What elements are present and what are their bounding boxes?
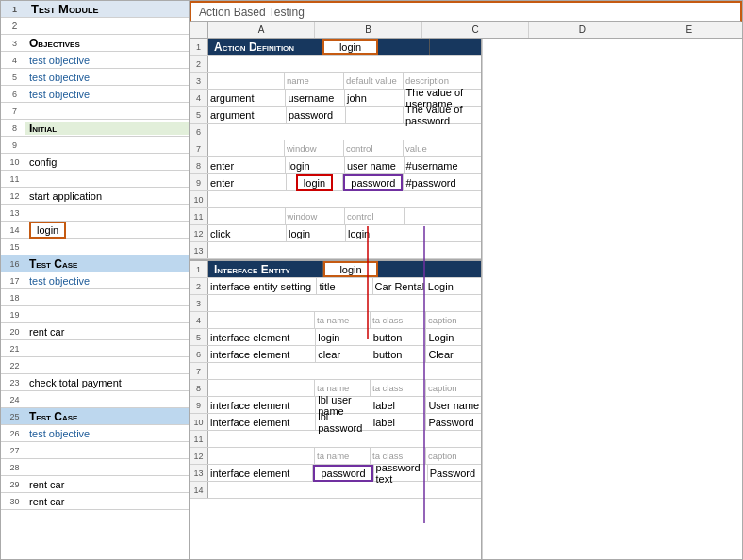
test-objective-link-26: test objective <box>25 428 189 439</box>
ie-password-caption-2: Password <box>428 465 481 481</box>
ad-enter-1: enter <box>208 157 286 173</box>
test-case-label-1: Test Case <box>25 257 189 271</box>
ie-elem-4: interface element <box>208 414 316 430</box>
ad-window-login-8: login <box>286 157 345 173</box>
left-row-17[interactable]: 17 test objective <box>1 272 189 289</box>
top-bar: Action Based Testing <box>190 1 742 22</box>
ad-filler <box>378 39 430 55</box>
test-case-header-2: 25 Test Case <box>1 408 189 425</box>
password-badge-ie: password <box>313 465 372 482</box>
objectives-label: Objectives <box>25 37 189 50</box>
ie-login-badge: login <box>323 261 378 277</box>
ie-login-val: login <box>316 329 372 345</box>
ad-filler2 <box>430 39 481 55</box>
col-headers-row: A B C D E <box>190 22 742 39</box>
row-num: 3 <box>5 35 25 51</box>
left-row-30: 30 rent car <box>1 493 189 510</box>
row-num: 23 <box>5 374 25 390</box>
row-num: 5 <box>5 69 25 85</box>
row-num: 10 <box>5 154 25 170</box>
ad-password-arg: password <box>287 107 346 123</box>
ad-password-ctrl: password <box>343 174 404 190</box>
ie-row-5: 5 interface element login button Login <box>190 329 481 346</box>
ie-row-12: 12 ta name ta class caption <box>190 448 481 465</box>
row-num: 21 <box>5 340 25 356</box>
test-objective-link-17: test objective <box>25 275 189 287</box>
left-row-14[interactable]: 14 login <box>1 222 189 239</box>
left-row-4[interactable]: 4 test objective <box>1 52 189 69</box>
left-row-20: 20 rent car <box>1 323 189 340</box>
ie-button-2: button <box>372 346 427 362</box>
row-num: 11 <box>5 171 25 187</box>
col-D-header: D <box>529 22 636 38</box>
test-case-header-1: 16 Test Case <box>1 255 189 272</box>
ad-row-5: 5 argument password The value of passwor… <box>190 107 481 124</box>
row-num: 26 <box>5 425 25 441</box>
right-filler <box>482 39 742 559</box>
row-num: 6 <box>5 86 25 102</box>
ie-row-3: 3 <box>190 295 481 312</box>
left-row-6[interactable]: 6 test objective <box>1 86 189 103</box>
ie-col-caption-3: caption <box>426 448 481 464</box>
ad-window-login-9: login <box>287 174 344 190</box>
col-B-header: B <box>315 22 421 38</box>
row-num: 13 <box>5 205 25 221</box>
left-row-27: 27 <box>1 442 189 459</box>
test-module-header: 1 Test Module <box>1 1 189 18</box>
ie-button-1: button <box>372 329 427 345</box>
ad-john: john <box>345 90 405 106</box>
left-row-19: 19 <box>1 306 189 323</box>
corner-cell <box>190 22 208 38</box>
row-num: 27 <box>5 442 25 458</box>
left-row-9: 9 <box>1 137 189 154</box>
initial-header: 8 Initial <box>1 120 189 137</box>
ad-row-1: 1 Action Definition login <box>190 39 481 56</box>
row-num: 7 <box>5 103 25 119</box>
ie-pwdtext: password text <box>374 465 428 481</box>
ad-arg-2: argument <box>208 107 287 123</box>
ie-row-2: 2 interface entity setting title Car Ren… <box>190 278 481 295</box>
ad-arg-1: argument <box>208 90 286 106</box>
ad-desc-password: The value of password <box>404 107 481 123</box>
ad-hash-password: #password <box>404 174 481 190</box>
row-num: 24 <box>5 391 25 407</box>
login-badge-left[interactable]: login <box>29 222 66 239</box>
left-row-5[interactable]: 5 test objective <box>1 69 189 86</box>
left-row-12: 12 start application <box>1 188 189 205</box>
action-def-title: Action Definition <box>208 39 322 55</box>
row-num: 12 <box>5 188 25 204</box>
ie-password-val: password <box>313 465 373 481</box>
ad-row-11: 11 window control <box>190 208 481 225</box>
row-num: 29 <box>5 476 25 492</box>
ie-col-caption-2: caption <box>426 380 481 396</box>
rent-car-cell-29: rent car <box>25 479 189 490</box>
row-num: 30 <box>5 493 25 509</box>
interface-entity-title: Interface Entity <box>208 261 323 277</box>
action-based-testing-title: Action Based Testing <box>199 6 305 19</box>
rent-car-cell-20: rent car <box>25 326 189 338</box>
ad-row-2: 2 <box>190 56 481 73</box>
ie-row-6: 6 interface element clear button Clear <box>190 346 481 363</box>
ie-username-caption: User name <box>426 397 481 413</box>
ie-col-taclass-2: ta class <box>371 380 426 396</box>
ie-row-10: 10 interface element lbl password label … <box>190 414 481 431</box>
ie-lbl-password: lbl password <box>316 414 372 430</box>
login-badge-red: login <box>296 174 333 191</box>
action-def-container: 1 Action Definition login 2 3 name defau… <box>190 39 482 559</box>
ad-window-login-12: login <box>287 225 346 241</box>
ie-elem-2: interface element <box>208 346 316 362</box>
ie-row-1: 1 Interface Entity login <box>190 261 481 278</box>
row-num: 20 <box>5 323 25 339</box>
col-C-header: C <box>422 22 529 38</box>
left-row-28: 28 <box>1 459 189 476</box>
right-panel: Action Based Testing A B C D E 1 Action … <box>190 1 742 559</box>
left-row-26[interactable]: 26 test objective <box>1 425 189 442</box>
ad-col-name: name <box>285 73 344 89</box>
ie-row-4: 4 ta name ta class caption <box>190 312 481 329</box>
ad-row-13: 13 <box>190 242 481 259</box>
ie-col-taname-1: ta name <box>315 312 371 328</box>
left-row-24: 24 <box>1 391 189 408</box>
row-num: 19 <box>5 306 25 322</box>
ie-entity-setting: interface entity setting <box>208 278 317 294</box>
left-row-15: 15 <box>1 239 189 255</box>
